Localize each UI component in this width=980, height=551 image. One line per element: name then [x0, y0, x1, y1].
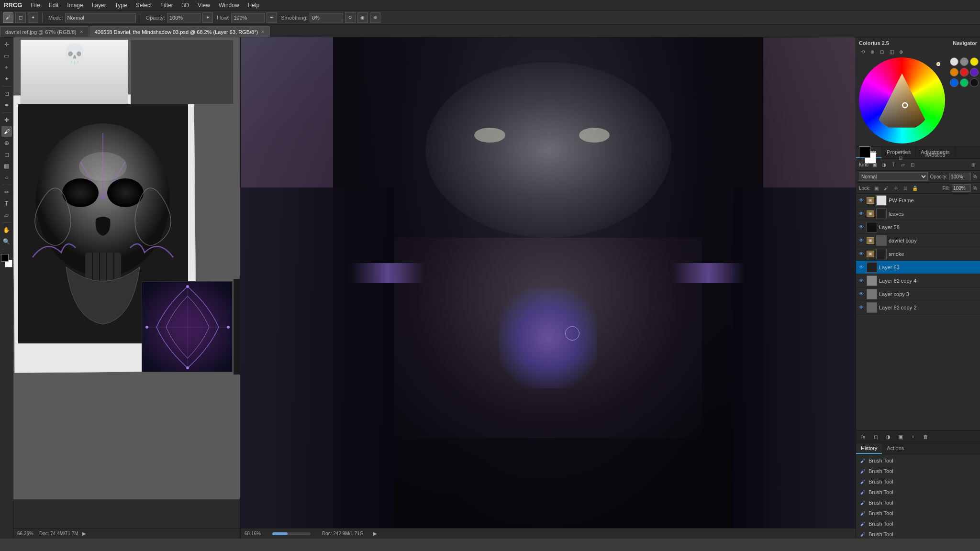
add-mask-btn[interactable]: ◻ [871, 432, 880, 441]
swatch-white[interactable] [950, 57, 958, 66]
menu-help[interactable]: Help [244, 1, 264, 10]
history-item-7[interactable]: 🖌 Brush Tool [856, 518, 980, 529]
opacity-input[interactable] [167, 13, 200, 22]
fg-bg-swatches[interactable] [859, 146, 876, 164]
layer-vis-smoke[interactable]: 👁 [858, 251, 865, 257]
settings-btn[interactable]: ⚙ [345, 12, 356, 23]
layer-item-smoke[interactable]: 👁 ▣ smoke [856, 247, 980, 261]
history-item-6[interactable]: 🖌 Brush Tool [856, 508, 980, 518]
layer-vis-leaves[interactable]: 👁 [858, 210, 865, 217]
swatch-green[interactable] [960, 78, 969, 87]
swatch-grey[interactable] [960, 57, 969, 66]
layer-item-62c3[interactable]: 👁 Layer copy 3 [856, 287, 980, 301]
history-item-2[interactable]: 🖌 Brush Tool [856, 466, 980, 476]
toolbar-tool2[interactable]: ◻ [15, 12, 26, 23]
delete-layer-btn[interactable]: 🗑 [921, 432, 930, 441]
smoothing-input[interactable] [310, 13, 343, 22]
menu-layer[interactable]: Layer [88, 1, 110, 10]
tool-magic-wand[interactable]: ✦ [1, 74, 12, 84]
cw-btn4[interactable]: ◫ [888, 48, 895, 55]
color-wheel[interactable] [859, 57, 945, 143]
tool-eyedropper[interactable]: ✒ [1, 100, 12, 110]
lock-transparent[interactable]: ▣ [873, 185, 880, 191]
blend-mode-select[interactable]: Normal Multiply Screen Overlay [859, 172, 928, 181]
lock-artboard[interactable]: ⊡ [902, 185, 909, 191]
add-group-btn[interactable]: ▣ [896, 432, 905, 441]
doc-tab-ref[interactable]: davriel ref.jpg @ 67% (RGB/8) ✕ [0, 26, 89, 37]
swatch-orange[interactable] [950, 68, 958, 77]
opacity-value-layers[interactable] [949, 173, 971, 180]
layer-options-btn[interactable]: ⊞ [969, 161, 977, 168]
layer-vis-63[interactable]: 👁 [858, 264, 865, 271]
tool-dodge[interactable]: ○ [1, 172, 12, 183]
cw-btn1[interactable]: ⟲ [859, 48, 867, 55]
left-document[interactable]: 💀 [13, 37, 241, 539]
add-layer-btn[interactable]: + [909, 432, 917, 441]
tool-selection[interactable]: ▭ [1, 51, 12, 61]
fg-color[interactable] [859, 146, 870, 158]
tool-text[interactable]: T [1, 198, 12, 209]
cw-btn3[interactable]: ⊡ [878, 48, 886, 55]
history-item-5[interactable]: 🖌 Brush Tool [856, 497, 980, 508]
airbrush-btn[interactable]: ✦ [202, 12, 213, 23]
menu-edit[interactable]: Edit [45, 1, 63, 10]
layer-vis-62c2[interactable]: 👁 [858, 304, 865, 311]
fg-color-swatch[interactable] [1, 254, 9, 262]
color-wheel-container[interactable]: ⇄ ⊟ #AB6808 [859, 57, 945, 143]
tool-shape[interactable]: ▱ [1, 210, 12, 220]
layer-vis-58[interactable]: 👁 [858, 224, 865, 231]
menu-file[interactable]: File [27, 1, 44, 10]
swap-colors-btn[interactable]: ⇄ [899, 149, 902, 154]
tool-eraser[interactable]: ◻ [1, 149, 12, 160]
flow-input[interactable] [231, 13, 265, 22]
doc-tab-ref-close[interactable]: ✕ [79, 29, 83, 34]
swatch-black[interactable] [970, 78, 979, 87]
right-document[interactable]: 68.16% Doc: 242.9M/1.71G ▶ [241, 37, 856, 539]
menu-select[interactable]: Select [132, 1, 156, 10]
tool-healing[interactable]: ✚ [1, 115, 12, 125]
lock-image[interactable]: 🖌 [883, 185, 890, 191]
pressure-btn[interactable]: ◉ [357, 12, 368, 23]
fill-value[interactable] [952, 184, 971, 192]
tool-zoom[interactable]: 🔍 [1, 236, 12, 247]
menu-filter[interactable]: Filter [156, 1, 177, 10]
add-fx-btn[interactable]: fx [859, 432, 868, 441]
doc-tab-main-close[interactable]: ✕ [261, 29, 265, 34]
add-adjustment-btn[interactable]: ◑ [884, 432, 892, 441]
layer-vis-davriel-copy[interactable]: 👁 [858, 237, 865, 244]
menu-3d[interactable]: 3D [178, 1, 193, 10]
menu-image[interactable]: Image [63, 1, 87, 10]
layer-vis-62c3[interactable]: 👁 [858, 291, 865, 298]
layer-item-62c4[interactable]: 👁 Layer 62 copy 4 [856, 274, 980, 287]
fg-bg-colors[interactable] [0, 253, 13, 268]
toolbar-brush-btn[interactable]: 🖌 [3, 12, 13, 23]
history-item-4[interactable]: 🖌 Brush Tool [856, 487, 980, 497]
lock-all[interactable]: 🔒 [912, 185, 918, 191]
cw-btn5[interactable]: ⊕ [897, 48, 905, 55]
menu-window[interactable]: Window [215, 1, 243, 10]
symmetry-btn[interactable]: ⊕ [370, 12, 380, 23]
layer-item-pw-frame[interactable]: 👁 ▣ PW Frame [856, 194, 980, 207]
menu-type[interactable]: Type [111, 1, 131, 10]
cw-btn2[interactable]: ⊕ [869, 48, 876, 55]
swatch-yellow[interactable] [970, 57, 979, 66]
layer-item-58[interactable]: 👁 Layer 58 [856, 220, 980, 234]
tool-lasso[interactable]: ⌖ [1, 62, 12, 73]
swatch-blue[interactable] [950, 78, 958, 87]
toolbar-tool3[interactable]: ✦ [28, 12, 38, 23]
tab-actions[interactable]: Actions [882, 443, 909, 454]
history-item-3[interactable]: 🖌 Brush Tool [856, 476, 980, 487]
layer-item-davriel-copy[interactable]: 👁 ▣ davriel copy [856, 234, 980, 247]
menu-view[interactable]: View [194, 1, 214, 10]
lock-position[interactable]: ✛ [892, 185, 899, 191]
tool-pen[interactable]: ✏ [1, 187, 12, 198]
tool-move[interactable]: ✛ [1, 39, 12, 50]
doc-tab-main[interactable]: 406558 Davriel, the Mindshadow 03.psd @ … [89, 26, 270, 37]
reset-colors-btn[interactable]: ⊟ [899, 155, 902, 161]
layer-vis-62c4[interactable]: 👁 [858, 277, 865, 284]
mode-input[interactable] [65, 13, 136, 22]
tab-history[interactable]: History [856, 443, 882, 454]
tool-clone[interactable]: ⊕ [1, 138, 12, 148]
tool-crop[interactable]: ⊡ [1, 88, 12, 99]
layer-item-62c2[interactable]: 👁 Layer 62 copy 2 [856, 301, 980, 314]
